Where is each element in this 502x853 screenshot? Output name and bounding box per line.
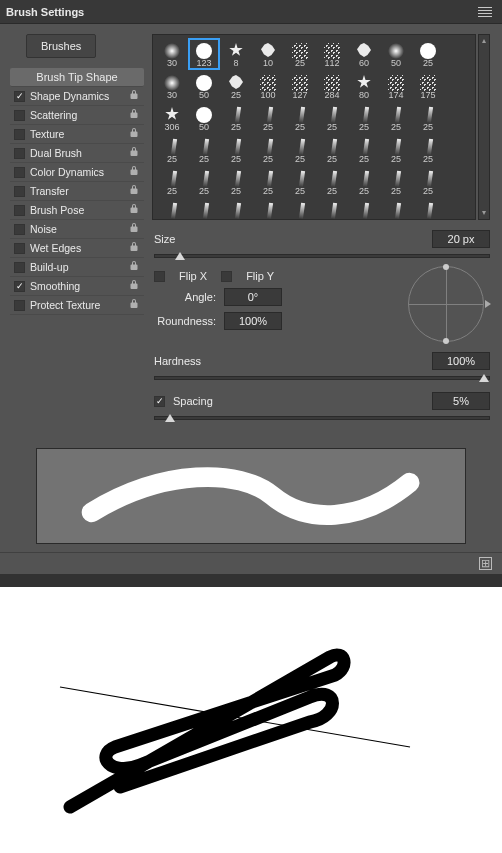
canvas[interactable]	[0, 587, 502, 836]
option-row-noise[interactable]: Noise	[10, 220, 144, 239]
brush-thumb[interactable]: 25	[221, 199, 251, 220]
brush-thumb[interactable]: 25	[381, 199, 411, 220]
brush-thumb[interactable]: 25	[189, 199, 219, 220]
option-row-protect-texture[interactable]: Protect Texture	[10, 296, 144, 315]
roundness-input[interactable]: 100%	[224, 312, 282, 330]
brush-thumb[interactable]: 284	[317, 71, 347, 101]
brush-thumb[interactable]: 127	[285, 71, 315, 101]
brush-thumb[interactable]: 25	[317, 199, 347, 220]
lock-icon[interactable]	[128, 165, 140, 179]
brush-thumb[interactable]: 112	[317, 39, 347, 69]
brush-thumb[interactable]: 25	[157, 135, 187, 165]
option-row-shape-dynamics[interactable]: Shape Dynamics	[10, 87, 144, 106]
option-checkbox[interactable]	[14, 186, 25, 197]
option-row-wet-edges[interactable]: Wet Edges	[10, 239, 144, 258]
brush-thumb[interactable]: 123	[189, 39, 219, 69]
brush-thumb[interactable]: 175	[413, 71, 443, 101]
option-row-transfer[interactable]: Transfer	[10, 182, 144, 201]
panel-menu-icon[interactable]	[474, 3, 496, 21]
brush-thumb[interactable]: 25	[253, 103, 283, 133]
option-checkbox[interactable]	[14, 243, 25, 254]
size-input[interactable]: 20 px	[432, 230, 490, 248]
brush-thumb[interactable]: 25	[157, 167, 187, 197]
brush-thumb[interactable]: 30	[157, 39, 187, 69]
angle-input[interactable]: 0°	[224, 288, 282, 306]
brush-thumb[interactable]: 25	[221, 103, 251, 133]
brush-thumb[interactable]: 80	[349, 71, 379, 101]
brush-thumb[interactable]: 60	[349, 39, 379, 69]
option-checkbox[interactable]	[14, 110, 25, 121]
scroll-up-icon[interactable]: ▴	[479, 35, 489, 47]
hardness-slider[interactable]	[154, 376, 490, 380]
lock-icon[interactable]	[128, 222, 140, 236]
flip-x-checkbox[interactable]	[154, 271, 165, 282]
size-slider[interactable]	[154, 254, 490, 258]
option-row-scattering[interactable]: Scattering	[10, 106, 144, 125]
lock-icon[interactable]	[128, 203, 140, 217]
brush-thumb[interactable]: 25	[189, 135, 219, 165]
brush-thumb[interactable]: 25	[221, 135, 251, 165]
resize-grip[interactable]	[0, 574, 502, 587]
thumb-scrollbar[interactable]: ▴ ▾	[478, 34, 490, 220]
option-checkbox[interactable]	[14, 205, 25, 216]
lock-icon[interactable]	[128, 89, 140, 103]
brush-thumb[interactable]: 50	[189, 103, 219, 133]
option-checkbox[interactable]	[14, 91, 25, 102]
brush-thumb[interactable]: 25	[285, 167, 315, 197]
option-checkbox[interactable]	[14, 300, 25, 311]
brush-thumb[interactable]: 25	[285, 39, 315, 69]
new-brush-icon[interactable]: ⊞	[479, 557, 492, 570]
brush-thumb[interactable]: 25	[189, 167, 219, 197]
option-row-build-up[interactable]: Build-up	[10, 258, 144, 277]
spacing-checkbox[interactable]	[154, 396, 165, 407]
option-checkbox[interactable]	[14, 262, 25, 273]
brush-thumb[interactable]: 25	[381, 135, 411, 165]
lock-icon[interactable]	[128, 260, 140, 274]
brush-thumb[interactable]: 8	[221, 39, 251, 69]
flip-y-checkbox[interactable]	[221, 271, 232, 282]
lock-icon[interactable]	[128, 279, 140, 293]
brush-thumb[interactable]: 25	[317, 103, 347, 133]
brush-thumb[interactable]: 50	[189, 71, 219, 101]
brush-thumb[interactable]: 25	[349, 135, 379, 165]
brush-thumb[interactable]: 25	[285, 103, 315, 133]
option-checkbox[interactable]	[14, 281, 25, 292]
lock-icon[interactable]	[128, 241, 140, 255]
option-row-texture[interactable]: Texture	[10, 125, 144, 144]
brush-thumb[interactable]: 25	[221, 167, 251, 197]
brush-thumb[interactable]: 10	[253, 39, 283, 69]
brush-thumb[interactable]: 25	[413, 199, 443, 220]
brush-thumb[interactable]: 25	[253, 135, 283, 165]
lock-icon[interactable]	[128, 184, 140, 198]
brush-thumbnail-grid[interactable]: 3012381025112605025305025100127284801741…	[152, 34, 476, 220]
hardness-input[interactable]: 100%	[432, 352, 490, 370]
brush-thumb[interactable]: 25	[253, 199, 283, 220]
lock-icon[interactable]	[128, 127, 140, 141]
brush-thumb[interactable]: 25	[253, 167, 283, 197]
brush-thumb[interactable]: 25	[317, 167, 347, 197]
brush-thumb[interactable]: 25	[413, 39, 443, 69]
brush-thumb[interactable]: 25	[317, 135, 347, 165]
option-checkbox[interactable]	[14, 129, 25, 140]
option-row-smoothing[interactable]: Smoothing	[10, 277, 144, 296]
brush-thumb[interactable]: 25	[285, 199, 315, 220]
angle-dial[interactable]	[408, 266, 484, 342]
option-checkbox[interactable]	[14, 224, 25, 235]
lock-icon[interactable]	[128, 108, 140, 122]
brush-thumb[interactable]: 25	[349, 103, 379, 133]
brush-thumb[interactable]: 25	[349, 199, 379, 220]
brush-thumb[interactable]: 25	[381, 103, 411, 133]
brush-tip-shape-header[interactable]: Brush Tip Shape	[10, 68, 144, 87]
lock-icon[interactable]	[128, 298, 140, 312]
brush-thumb[interactable]: 174	[381, 71, 411, 101]
brush-thumb[interactable]: 25	[381, 167, 411, 197]
brushes-button[interactable]: Brushes	[26, 34, 96, 58]
lock-icon[interactable]	[128, 146, 140, 160]
option-row-dual-brush[interactable]: Dual Brush	[10, 144, 144, 163]
brush-thumb[interactable]: 100	[253, 71, 283, 101]
scroll-down-icon[interactable]: ▾	[479, 207, 489, 219]
brush-thumb[interactable]: 25	[413, 135, 443, 165]
option-row-color-dynamics[interactable]: Color Dynamics	[10, 163, 144, 182]
brush-thumb[interactable]: 25	[157, 199, 187, 220]
spacing-input[interactable]: 5%	[432, 392, 490, 410]
